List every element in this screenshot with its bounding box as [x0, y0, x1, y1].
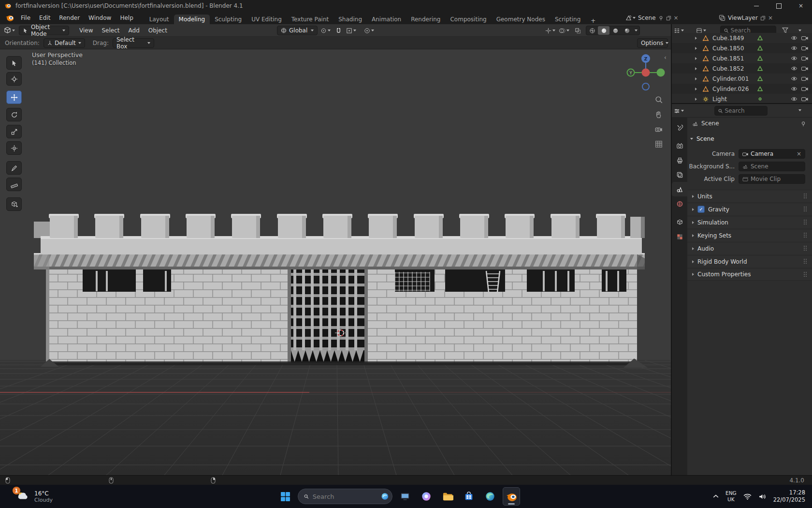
menu-file[interactable]: File — [16, 13, 35, 23]
blender-taskbar-button[interactable] — [503, 487, 520, 506]
expand-icon[interactable] — [695, 47, 697, 50]
viewport-canvas[interactable] — [0, 49, 671, 475]
browse-scene-button[interactable] — [625, 13, 636, 23]
widgets-weather-button[interactable]: 16°C Cloudy — [16, 490, 53, 503]
menu-render[interactable]: Render — [55, 13, 84, 23]
tab-scene-properties[interactable] — [672, 182, 687, 196]
tool-measure[interactable] — [6, 178, 22, 191]
drag-handle-icon[interactable] — [804, 233, 807, 238]
scene-panel-header[interactable]: Scene — [690, 135, 714, 142]
editor-type-button[interactable] — [4, 26, 15, 35]
3d-viewport[interactable]: User Perspective (141) Collection Z Y ‹ — [0, 49, 671, 475]
shading-rendered-button[interactable] — [621, 26, 633, 35]
shading-wireframe-button[interactable] — [586, 26, 598, 35]
microsoft-store-button[interactable] — [460, 487, 478, 506]
file-explorer-button[interactable] — [439, 487, 456, 506]
panel-rigid-body-world[interactable]: Rigid Body World — [687, 255, 812, 268]
snap-settings-button[interactable] — [346, 26, 356, 35]
pin-icon[interactable] — [800, 121, 806, 127]
menu-view[interactable]: View — [75, 26, 97, 35]
viewlayer-icon[interactable] — [719, 15, 725, 21]
outliner-row-cube-1850[interactable]: Cube.1850 — [672, 43, 812, 53]
tab-layout[interactable]: Layout — [145, 15, 174, 24]
tab-geometry-nodes[interactable]: Geometry Nodes — [492, 15, 550, 24]
wifi-icon[interactable] — [743, 493, 752, 500]
tab-animation[interactable]: Animation — [367, 15, 406, 24]
properties-search-input[interactable] — [725, 107, 764, 114]
unlink-scene-icon[interactable]: × — [674, 15, 679, 21]
camera-visibility-icon[interactable] — [801, 96, 808, 102]
tool-transform[interactable] — [6, 141, 22, 155]
expand-icon[interactable] — [695, 37, 697, 40]
ortho-toggle-button[interactable] — [653, 139, 664, 149]
panel-audio[interactable]: Audio — [687, 242, 812, 254]
menu-help[interactable]: Help — [116, 13, 137, 23]
outliner-row-cube-1852[interactable]: Cube.1852 — [672, 63, 812, 74]
tab-compositing[interactable]: Compositing — [445, 15, 491, 24]
taskbar-search[interactable] — [298, 489, 392, 504]
pivot-point-button[interactable] — [320, 26, 331, 35]
tab-sculpting[interactable]: Sculpting — [210, 15, 246, 24]
drag-handle-icon[interactable] — [804, 207, 807, 212]
mode-dropdown[interactable]: Object Mode — [19, 26, 69, 35]
camera-visibility-icon[interactable] — [801, 45, 808, 51]
snap-toggle-button[interactable] — [334, 26, 343, 35]
orientation-default-dropdown[interactable]: Default — [44, 38, 85, 48]
copy-icon[interactable] — [760, 15, 766, 21]
clear-icon[interactable]: × — [797, 150, 801, 157]
properties-editor-button[interactable] — [674, 106, 684, 116]
outliner-row-cube-1851[interactable]: Cube.1851 — [672, 53, 812, 63]
hide-eye-icon[interactable] — [791, 86, 798, 91]
portcullis-gate[interactable] — [288, 269, 368, 363]
tab-uv-editing[interactable]: UV Editing — [246, 15, 287, 24]
volume-icon[interactable] — [758, 493, 767, 500]
panel-gravity[interactable]: ✓ Gravity — [687, 203, 812, 215]
pin-icon[interactable] — [658, 15, 664, 21]
panel-custom-properties[interactable]: Custom Properties — [687, 268, 812, 281]
properties-search-field[interactable] — [714, 106, 768, 116]
tab-modeling[interactable]: Modeling — [174, 15, 210, 24]
tab-output-properties[interactable] — [672, 153, 687, 167]
expand-icon[interactable] — [695, 98, 697, 101]
camera-visibility-icon[interactable] — [801, 86, 808, 91]
blender-logo-icon[interactable] — [5, 13, 14, 23]
tab-render-properties[interactable] — [672, 138, 687, 153]
background-field[interactable]: Scene — [739, 162, 805, 171]
panel-simulation[interactable]: Simulation — [687, 216, 812, 228]
expand-icon[interactable] — [695, 67, 697, 70]
active-clip-field[interactable]: Movie Clip — [739, 174, 805, 184]
gizmo-x-axis[interactable] — [642, 69, 650, 77]
hide-eye-icon[interactable] — [791, 45, 798, 51]
tool-annotate[interactable] — [6, 161, 22, 175]
camera-visibility-icon[interactable] — [801, 66, 808, 71]
tab-collection-properties[interactable] — [672, 215, 687, 229]
panel-keying-sets[interactable]: Keying Sets — [687, 229, 812, 241]
tab-texture-properties[interactable] — [672, 229, 687, 244]
shading-solid-button[interactable] — [598, 26, 609, 35]
drag-handle-icon[interactable] — [804, 220, 807, 225]
maximize-button[interactable] — [768, 0, 790, 12]
menu-object[interactable]: Object — [144, 26, 172, 35]
hide-eye-icon[interactable] — [791, 56, 798, 61]
outliner-row-cylinder-026[interactable]: Cylinder.026 — [672, 84, 812, 94]
language-indicator[interactable]: ENG UK — [725, 490, 737, 503]
expand-icon[interactable] — [695, 88, 697, 90]
clock[interactable]: 17:28 22/07/2025 — [773, 489, 805, 504]
tab-world-properties[interactable] — [672, 196, 687, 211]
camera-visibility-icon[interactable] — [801, 76, 808, 81]
tool-cursor[interactable] — [6, 72, 22, 86]
expand-icon[interactable] — [695, 57, 697, 60]
viewlayer-name[interactable]: ViewLayer — [728, 15, 758, 21]
task-view-button[interactable] — [396, 487, 414, 506]
show-gizmo-button[interactable] — [545, 26, 555, 35]
orientation-dropdown[interactable]: Global — [277, 26, 318, 35]
camera-field[interactable]: Camera × — [739, 149, 805, 159]
taskbar-search-input[interactable] — [313, 493, 377, 500]
hide-eye-icon[interactable] — [791, 76, 798, 81]
drag-dropdown[interactable]: Select Box — [113, 38, 154, 48]
panel-units[interactable]: Units — [687, 190, 812, 202]
tab-shading[interactable]: Shading — [334, 15, 367, 24]
options-dropdown[interactable]: Options — [637, 38, 668, 48]
tool-move[interactable] — [6, 90, 22, 104]
scene-name[interactable]: Scene — [638, 15, 656, 21]
